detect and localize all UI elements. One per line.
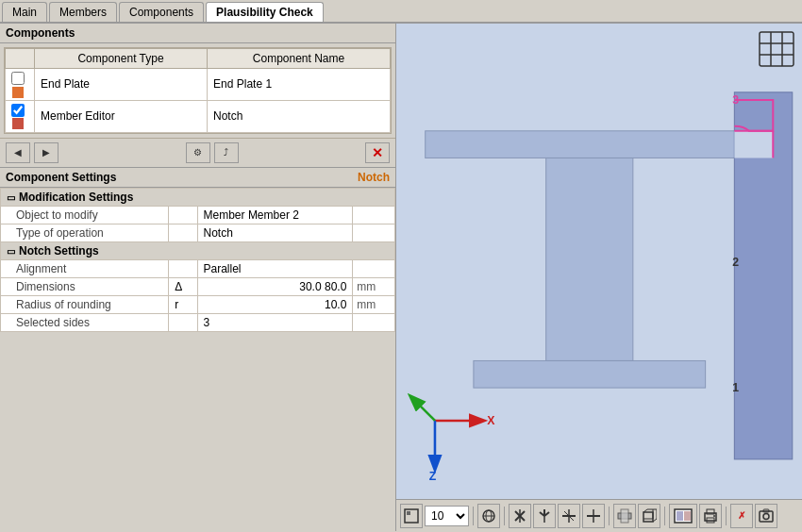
- setting-label: Alignment: [1, 259, 169, 277]
- component-name-0: End Plate 1: [208, 69, 391, 101]
- setting-value: 10.0: [197, 295, 353, 313]
- svg-rect-17: [407, 511, 410, 515]
- component-type-0: End Plate: [35, 69, 208, 101]
- app-window: Main Members Components Plausibility Che…: [0, 0, 802, 531]
- iso-y-button[interactable]: [533, 504, 556, 528]
- svg-rect-0: [760, 32, 794, 66]
- settings-header: Component Settings Notch: [0, 167, 395, 188]
- component-checkbox-1[interactable]: [11, 104, 25, 117]
- iso-z-button[interactable]: [558, 504, 580, 528]
- collapse-icon[interactable]: ▭: [7, 192, 15, 203]
- tab-bar: Main Members Components Plausibility Che…: [0, 0, 802, 24]
- svg-text:X: X: [487, 414, 495, 427]
- label-2: 2: [732, 256, 739, 269]
- shading-button[interactable]: [613, 504, 636, 528]
- tab-plausibility-check[interactable]: Plausibility Check: [206, 2, 324, 22]
- svg-rect-34: [621, 509, 628, 523]
- setting-label: Dimensions: [1, 277, 169, 295]
- render-button[interactable]: [669, 504, 697, 528]
- svg-point-46: [763, 513, 769, 519]
- setting-unit: mm: [353, 277, 395, 295]
- svg-rect-39: [677, 511, 683, 521]
- separator: [664, 507, 665, 525]
- fit-view-button[interactable]: [400, 504, 423, 528]
- setting-value: Member Member 2: [197, 206, 353, 224]
- type-col-header: Component Type: [35, 49, 208, 69]
- perspective-button[interactable]: [477, 504, 500, 528]
- table-row: End Plate End Plate 1: [6, 69, 391, 101]
- svg-rect-7: [474, 360, 706, 388]
- add-button[interactable]: ⚙: [186, 142, 210, 163]
- label-3: 3: [732, 93, 739, 107]
- svg-point-44: [713, 515, 715, 517]
- component-type-1: Member Editor: [35, 100, 208, 132]
- label-1: 1: [732, 381, 739, 394]
- move-right-button[interactable]: ▶: [34, 142, 58, 163]
- component-toolbar: ◀ ▶ ⚙ ⤴ ✕: [0, 138, 395, 167]
- setting-symbol: r: [169, 295, 197, 313]
- svg-text:Z: Z: [429, 470, 437, 483]
- svg-line-15: [410, 396, 435, 421]
- separator: [504, 507, 505, 525]
- separator: [609, 507, 610, 525]
- group-row-notch: ▭Notch Settings: [1, 241, 395, 259]
- setting-row-sides: Selected sides 3: [1, 313, 395, 331]
- collapse-icon-notch[interactable]: ▭: [7, 246, 15, 257]
- group-row-modification: ▭Modification Settings: [1, 188, 395, 206]
- settings-title: Component Settings: [6, 171, 116, 184]
- svg-rect-5: [426, 131, 774, 158]
- viewport[interactable]: 3 2 1 X Z: [396, 24, 802, 499]
- setting-unit: [353, 313, 395, 331]
- grid-view-icon[interactable]: [759, 31, 794, 70]
- delete-button[interactable]: ✕: [365, 142, 390, 163]
- component-checkbox-0[interactable]: [11, 72, 25, 85]
- setting-symbol: Δ: [169, 277, 197, 295]
- component-name-1: Notch: [208, 100, 391, 132]
- tab-main[interactable]: Main: [2, 2, 47, 22]
- svg-rect-45: [760, 511, 773, 522]
- components-table: Component Type Component Name End Plate: [5, 48, 391, 133]
- setting-value: 30.0 80.0: [197, 277, 353, 295]
- setting-symbol: [169, 224, 197, 241]
- print-button[interactable]: [699, 504, 722, 528]
- setting-label: Object to modify: [1, 206, 169, 224]
- tab-components[interactable]: Components: [119, 2, 204, 22]
- svg-rect-6: [546, 158, 633, 360]
- setting-value: Parallel: [197, 259, 353, 277]
- box-button[interactable]: [638, 504, 660, 528]
- setting-row-object: Object to modify Member Member 2: [1, 206, 395, 224]
- component-settings-section: Component Settings Notch ▭Modification S…: [0, 167, 395, 332]
- undo-button[interactable]: ✗: [730, 504, 753, 528]
- component-color-1: [12, 118, 24, 129]
- separator: [473, 507, 474, 525]
- setting-label: Selected sides: [1, 313, 169, 331]
- iso-nz-button[interactable]: [582, 504, 605, 528]
- tab-members[interactable]: Members: [49, 2, 117, 22]
- setting-unit: [353, 259, 395, 277]
- screenshot-button[interactable]: [755, 504, 777, 528]
- export-button[interactable]: ⤴: [214, 142, 239, 163]
- bottom-toolbar: 102550100: [396, 499, 802, 531]
- setting-row-radius: Radius of rounding r 10.0 mm: [1, 295, 395, 313]
- settings-table: ▭Modification Settings Object to modify …: [0, 188, 395, 332]
- table-row: Member Editor Notch: [6, 100, 391, 132]
- separator: [726, 507, 727, 525]
- component-color-0: [12, 87, 24, 98]
- setting-label: Type of operation: [1, 224, 169, 241]
- left-panel: Components Component Type Component Name: [0, 24, 396, 531]
- iso-x-button[interactable]: [509, 504, 531, 528]
- setting-row-dimensions: Dimensions Δ 30.0 80.0 mm: [1, 277, 395, 295]
- setting-row-alignment: Alignment Parallel: [1, 259, 395, 277]
- zoom-select[interactable]: 102550100: [425, 506, 469, 526]
- check-col-header: [6, 49, 35, 69]
- svg-rect-40: [684, 511, 691, 521]
- setting-row-operation: Type of operation Notch: [1, 224, 395, 241]
- settings-label: Notch: [358, 171, 390, 184]
- components-area: Component Type Component Name End Plate: [4, 47, 392, 134]
- move-left-button[interactable]: ◀: [6, 142, 30, 163]
- name-col-header: Component Name: [208, 49, 391, 69]
- components-section: Components Component Type Component Name: [0, 24, 395, 138]
- setting-symbol: [169, 313, 197, 331]
- setting-label: Radius of rounding: [1, 295, 169, 313]
- svg-rect-35: [643, 512, 653, 522]
